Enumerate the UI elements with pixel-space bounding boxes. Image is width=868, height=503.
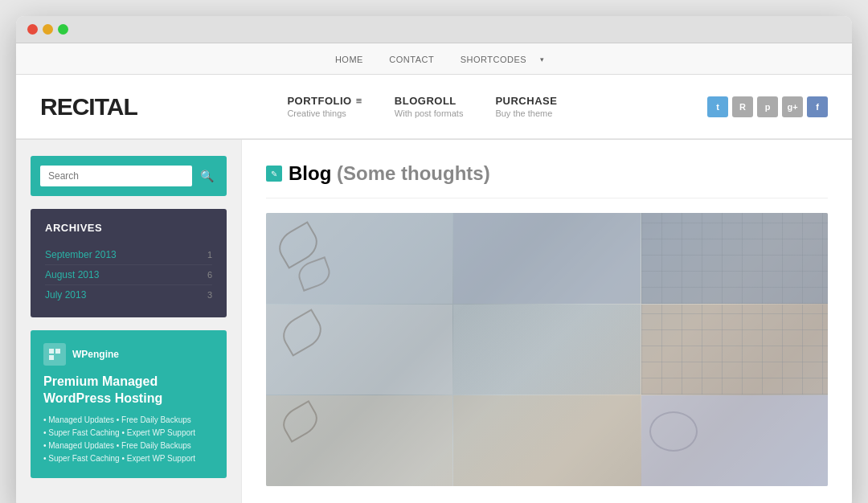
facebook-icon[interactable]: f xyxy=(807,96,828,117)
main-nav: PORTFOLIO ≡ Creative things BLOGROLL Wit… xyxy=(287,79,557,134)
archive-item-sep: September 2013 1 xyxy=(45,245,212,265)
shortcodes-chevron-icon: ▾ xyxy=(540,55,544,63)
archive-item-aug: August 2013 6 xyxy=(45,265,212,285)
social-icons: t R p g+ f xyxy=(707,96,828,117)
stone-pattern-1 xyxy=(641,213,828,304)
img-cell-1 xyxy=(266,213,452,304)
browser-buttons xyxy=(27,24,841,35)
google-plus-icon[interactable]: g+ xyxy=(782,96,803,117)
search-button[interactable]: 🔍 xyxy=(197,166,217,186)
blog-title: Blog (Some thoughts) xyxy=(289,162,490,185)
img-cell-8 xyxy=(453,395,640,486)
featured-image xyxy=(266,213,828,486)
top-nav-contact[interactable]: CONTACT xyxy=(389,55,434,64)
img-cell-2 xyxy=(453,213,640,304)
archives-title: Archives xyxy=(45,222,212,234)
browser-chrome xyxy=(16,16,852,43)
blog-edit-icon: ✎ xyxy=(266,166,282,182)
top-nav-shortcodes[interactable]: SHORTCODES ▾ xyxy=(449,55,544,64)
search-input[interactable] xyxy=(40,166,192,186)
ad-headline: Premium Managed WordPress Hosting xyxy=(43,374,214,407)
svg-rect-0 xyxy=(49,349,54,354)
maximize-button[interactable] xyxy=(58,24,68,35)
close-button[interactable] xyxy=(27,24,38,35)
archive-count-july: 3 xyxy=(207,290,212,300)
svg-rect-1 xyxy=(55,349,60,354)
archive-count-september: 1 xyxy=(207,250,212,260)
nav-portfolio-title: PORTFOLIO ≡ xyxy=(287,95,362,107)
archive-link-september[interactable]: September 2013 xyxy=(45,249,117,260)
wp-logo-icon xyxy=(48,348,61,361)
archive-count-august: 6 xyxy=(207,270,212,280)
ad-features: • Managed Updates • Free Daily Backups •… xyxy=(43,414,214,465)
nav-item-blogroll[interactable]: BLOGROLL With post formats xyxy=(395,95,464,118)
img-cell-6 xyxy=(641,305,828,395)
img-cell-4 xyxy=(266,305,452,395)
browser-window: HOME CONTACT SHORTCODES ▾ RECITAL PORTFO… xyxy=(16,16,852,503)
img-cell-3 xyxy=(641,213,828,304)
portfolio-menu-icon: ≡ xyxy=(356,95,362,107)
top-nav-home[interactable]: HOME xyxy=(335,55,363,64)
wp-logo-text: WPengine xyxy=(72,349,119,360)
wpengine-ad[interactable]: WPengine Premium Managed WordPress Hosti… xyxy=(31,330,227,478)
wp-logo-box xyxy=(43,343,66,366)
sidebar: 🔍 Archives September 2013 1 August 2013 … xyxy=(16,140,241,503)
top-nav-shortcodes-link[interactable]: SHORTCODES xyxy=(461,55,526,64)
nav-portfolio-subtitle: Creative things xyxy=(287,108,362,118)
svg-rect-2 xyxy=(49,355,54,360)
nav-purchase-subtitle: Buy the theme xyxy=(495,108,557,118)
blog-subtitle: (Some thoughts) xyxy=(337,162,490,184)
img-cell-7 xyxy=(266,395,452,486)
rss-icon[interactable]: R xyxy=(732,96,753,117)
minimize-button[interactable] xyxy=(43,24,53,35)
image-pattern xyxy=(266,213,828,486)
archives-widget: Archives September 2013 1 August 2013 6 … xyxy=(31,209,227,317)
site-logo[interactable]: RECITAL xyxy=(40,93,137,121)
nav-purchase-title: PURCHASE xyxy=(495,95,557,107)
top-nav: HOME CONTACT SHORTCODES ▾ xyxy=(16,43,852,75)
nav-item-portfolio[interactable]: PORTFOLIO ≡ Creative things xyxy=(287,95,362,118)
img-cell-5 xyxy=(453,305,640,395)
archive-link-july[interactable]: July 2013 xyxy=(45,289,86,301)
main-content: ✎ Blog (Some thoughts) xyxy=(241,140,852,503)
nav-blogroll-title: BLOGROLL xyxy=(395,95,464,107)
img-cell-9 xyxy=(641,395,828,486)
nav-blogroll-subtitle: With post formats xyxy=(395,108,464,118)
archive-link-august[interactable]: August 2013 xyxy=(45,269,99,280)
search-widget: 🔍 xyxy=(31,156,227,196)
wp-logo-area: WPengine xyxy=(43,343,214,366)
site-header: RECITAL PORTFOLIO ≡ Creative things BLOG… xyxy=(16,75,852,139)
twitter-icon[interactable]: t xyxy=(707,96,728,117)
stone-pattern-2 xyxy=(641,305,828,395)
main-layout: 🔍 Archives September 2013 1 August 2013 … xyxy=(16,140,852,503)
nav-item-purchase[interactable]: PURCHASE Buy the theme xyxy=(495,95,557,118)
archive-item-jul: July 2013 3 xyxy=(45,285,212,305)
blog-header: ✎ Blog (Some thoughts) xyxy=(266,162,828,198)
pinterest-icon[interactable]: p xyxy=(757,96,778,117)
